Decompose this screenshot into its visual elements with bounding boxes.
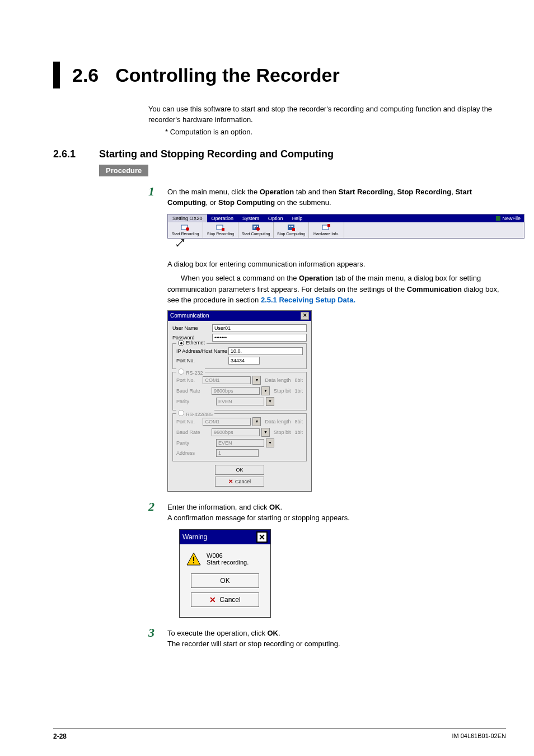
step-number: 3 [148,627,167,650]
label: OK [236,467,243,473]
username-input[interactable]: User01 [212,324,307,332]
footnote-text: * Computation is an option. [165,128,506,136]
subsection-heading: 2.6.1 Starting and Stopping Recording an… [53,148,506,160]
warning-text: W006 Start recording. [207,552,249,566]
step1-note2: When you select a command on the Operati… [167,273,506,306]
newfile-button[interactable]: NewFile [496,216,524,221]
t: , or [206,198,218,207]
rs485-radio[interactable]: RS-422/485 [176,410,214,417]
warning-message: Start recording. [207,559,249,566]
label: Ethernet [186,340,205,346]
svg-rect-16 [327,224,330,227]
data-length-value: 8bit [294,377,303,383]
dropdown-icon[interactable]: ▼ [252,417,261,426]
dialog-titlebar: Communication ✕ [168,311,311,321]
warning-icon [186,552,201,566]
svg-rect-7 [257,226,258,227]
label: Start Recording [172,232,199,236]
newfile-icon [496,216,500,221]
svg-rect-6 [255,226,256,227]
svg-rect-3 [222,228,224,231]
t: . [280,503,283,511]
t: OK [269,503,280,511]
subsection-number: 2.6.1 [53,148,99,160]
step1-note: A dialog box for entering communication … [167,259,506,270]
hw-info-icon [322,224,331,231]
parity-label: Parity [176,440,214,446]
step-3: 3 To execute the operation, click OK. Th… [148,628,506,650]
port-input[interactable]: 34434 [228,357,260,365]
rs485-group: RS-422/485 Port No. COM1 ▼ Data length 8… [172,413,307,461]
start-recording-button[interactable]: Start Recording [168,222,203,238]
document-id: IM 04L61B01-02EN [452,732,506,740]
heading-bar [53,62,60,88]
parity-label: Parity [176,399,214,404]
tab-option[interactable]: Option [264,214,288,222]
parity-select[interactable]: EVEN [216,398,264,405]
t: OK [268,629,279,637]
x-icon: ✕ [209,595,216,604]
svg-rect-8 [254,227,255,228]
ethernet-group: Ethernet IP Address/Host Name 10.0. Port… [172,343,307,369]
tab-operation[interactable]: Operation [207,214,238,222]
newfile-label: NewFile [502,216,521,221]
x-icon: ✕ [228,478,233,484]
tab-help[interactable]: Help [288,214,307,222]
t: . [278,629,280,637]
cross-ref-link[interactable]: 2.5.1 Receiving Setup Data. [261,296,355,304]
step-body: Enter the information, and click OK. A c… [167,502,506,524]
port-label: Port No. [176,419,201,424]
cancel-button[interactable]: ✕Cancel [215,477,264,487]
svg-point-9 [256,227,260,231]
t: A confirmation message for starting or s… [167,514,350,522]
close-icon[interactable] [256,531,268,543]
ethernet-radio[interactable]: Ethernet [176,340,207,347]
port-select[interactable]: COM1 [203,418,251,426]
warning-dialog: Warning W006 Start recording. OK ✕ Cance… [179,529,271,618]
rs232-radio[interactable]: RS-232 [176,368,205,376]
ok-button[interactable]: OK [215,465,264,475]
hardware-info-button[interactable]: Hardware Info. [309,222,344,238]
dropdown-icon[interactable]: ▼ [261,428,270,437]
rec-stop-icon [216,224,225,231]
baud-label: Baud Rate [176,430,210,435]
label: OK [220,577,229,585]
step-number: 1 [148,185,167,208]
cancel-button[interactable]: ✕ Cancel [191,592,259,607]
t: Operation [299,274,333,282]
section-title: Controlling the Recorder [115,64,339,86]
t: When you select a command on the [181,274,299,282]
address-input[interactable]: 1 [216,449,259,457]
start-computing-button[interactable]: Start Computing [238,222,274,238]
step-number: 2 [148,501,167,524]
stop-recording-button[interactable]: Stop Recording [203,222,238,238]
t: Enter the information, and click [167,503,269,511]
t: To execute the operation, click [167,629,268,637]
dropdown-icon[interactable]: ▼ [266,397,274,406]
port-select[interactable]: COM1 [203,376,251,384]
dropdown-icon[interactable]: ▼ [261,386,270,395]
t: On the main menu, click the [167,188,260,196]
password-input[interactable]: ••••••• [212,334,307,342]
baud-select[interactable]: 9600bps [212,428,260,436]
menubar-screenshot: Setting OX20 Operation System Option Hel… [167,214,524,239]
t: tab and then [294,188,339,196]
ip-input[interactable]: 10.0. [228,347,303,355]
section-heading: 2.6 Controlling the Recorder [53,62,506,88]
tab-system[interactable]: System [238,214,264,222]
svg-rect-21 [193,562,194,563]
close-icon[interactable]: ✕ [301,312,309,320]
data-length-label: Data length [265,377,291,383]
menu-tabs: Setting OX20 Operation System Option Hel… [168,214,524,222]
dropdown-icon[interactable]: ▼ [252,376,261,385]
dropdown-icon[interactable]: ▼ [266,438,274,447]
rec-start-icon [181,224,190,231]
stop-computing-button[interactable]: Stop Computing [274,222,309,238]
ok-button[interactable]: OK [191,573,259,588]
parity-select[interactable]: EVEN [216,439,264,447]
label: Hardware Info. [313,232,339,236]
data-length-value: 8bit [294,419,303,424]
svg-rect-14 [292,228,295,231]
baud-select[interactable]: 9600bps [212,387,260,395]
tab-setting[interactable]: Setting OX20 [168,214,207,222]
